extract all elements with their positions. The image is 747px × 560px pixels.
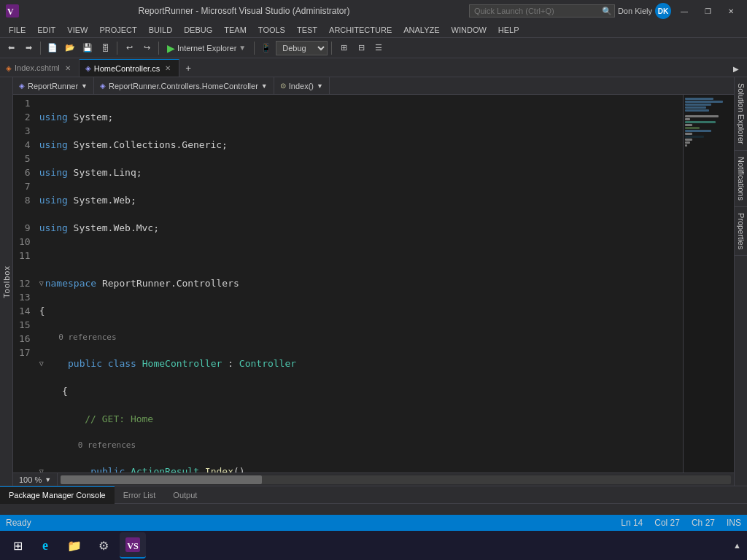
settings-shortcut-icon: ⚙ <box>98 539 109 553</box>
toolbar: ⬅ ➡ 📄 📂 💾 🗄 ↩ ↪ ▶ Internet Explorer ▼ 📱 … <box>0 38 747 58</box>
code-nav-ns-dropdown-icon: ▼ <box>261 82 268 90</box>
notifications-strip[interactable]: Notifications <box>735 151 747 207</box>
code-line-1: using System; <box>39 110 683 124</box>
code-editor[interactable]: 1 2 3 4 5 6 7 8 9 10 11 12 13 14 15 16 1… <box>13 95 734 472</box>
run-dropdown-icon: ▼ <box>239 44 246 52</box>
tab-close-homecontroller[interactable]: ✕ <box>163 63 173 74</box>
zoom-control[interactable]: 100 % ▼ <box>13 471 58 486</box>
code-line-ref-2: 0 references <box>39 440 683 451</box>
svg-text:VS: VS <box>127 541 139 551</box>
code-content[interactable]: using System; using System.Collections.G… <box>36 95 683 472</box>
code-line-10: { <box>39 384 683 398</box>
forward-btn[interactable]: ➡ <box>20 40 36 56</box>
menu-file[interactable]: FILE <box>3 22 31 38</box>
tab-output[interactable]: Output <box>164 486 206 504</box>
tab-icon-cs: ◈ <box>85 64 91 72</box>
status-right: Ln 14 Col 27 Ch 27 INS <box>621 518 741 528</box>
horizontal-scrollbar[interactable] <box>61 475 731 484</box>
tab-index-cshtml[interactable]: ◈ Index.cshtml ✕ <box>0 59 80 77</box>
redo-btn[interactable]: ↪ <box>139 40 155 56</box>
explorer-icon: 📁 <box>67 539 82 553</box>
toolbar-sep-1 <box>40 42 41 55</box>
menu-bar: FILE EDIT VIEW PROJECT BUILD DEBUG TEAM … <box>0 22 747 38</box>
open-btn[interactable]: 📂 <box>62 40 78 56</box>
properties-strip[interactable]: Properties <box>735 207 747 256</box>
status-ch: Ch 27 <box>692 518 715 528</box>
toolbar-sep-5 <box>331 42 332 55</box>
code-nav-namespace-label: ReportRunner.Controllers.HomeController <box>109 82 258 90</box>
title-bar: V ReportRunner - Microsoft Visual Studio… <box>0 0 747 22</box>
back-btn[interactable]: ⬅ <box>3 40 19 56</box>
svg-text:V: V <box>7 7 14 17</box>
menu-project[interactable]: PROJECT <box>93 22 142 38</box>
code-line-12: ▽ public ActionResult Index() <box>39 464 683 472</box>
namespace-icon: ◈ <box>100 82 106 90</box>
menu-analyze[interactable]: ANALYZE <box>398 22 445 38</box>
toolbar-extra-1[interactable]: ⊞ <box>336 40 352 56</box>
bottom-panel: Package Manager Console Error List Outpu… <box>0 486 747 515</box>
device-btn[interactable]: 📱 <box>258 40 274 56</box>
code-nav-dropdown-icon: ▼ <box>81 82 88 90</box>
tabs-scroll-right[interactable]: ▶ <box>728 61 744 77</box>
maximize-button[interactable]: ❐ <box>697 4 718 18</box>
tab-error-list[interactable]: Error List <box>115 486 165 504</box>
toolbox-panel[interactable]: Toolbox <box>0 77 13 486</box>
save-all-btn[interactable]: 🗄 <box>97 40 113 56</box>
close-button[interactable]: ✕ <box>721 4 741 18</box>
taskbar-edge[interactable]: e <box>32 532 58 559</box>
taskbar-visual-studio[interactable]: VS <box>120 532 146 559</box>
run-button[interactable]: ▶ Internet Explorer ▼ <box>163 41 250 55</box>
toolbar-sep-2 <box>117 42 117 55</box>
solution-explorer-strip[interactable]: Solution Explorer <box>735 77 747 151</box>
taskbar-right: ▲ <box>733 541 741 550</box>
code-line-11: // GET: Home <box>39 412 683 426</box>
taskbar: ⊞ e 📁 ⚙ VS ▲ <box>0 531 747 560</box>
tab-package-manager-console[interactable]: Package Manager Console <box>0 486 115 504</box>
tab-label-homecontroller: HomeController.cs <box>94 64 160 73</box>
search-icon: 🔍 <box>602 7 612 16</box>
config-dropdown[interactable]: Debug Release <box>276 41 328 55</box>
zoom-level: 100 % <box>19 475 42 484</box>
quick-launch-input[interactable] <box>469 4 615 18</box>
menu-view[interactable]: VIEW <box>61 22 93 38</box>
menu-window[interactable]: WINDOW <box>446 22 492 38</box>
menu-test[interactable]: TEST <box>291 22 323 38</box>
status-ready: Ready <box>6 518 31 528</box>
vs-logo-icon: V <box>6 4 19 18</box>
status-col: Col 27 <box>654 518 680 528</box>
minimize-button[interactable]: — <box>674 4 694 18</box>
menu-help[interactable]: HELP <box>492 22 525 38</box>
menu-team[interactable]: TEAM <box>218 22 252 38</box>
start-button[interactable]: ⊞ <box>6 534 29 557</box>
code-nav-namespace[interactable]: ◈ ReportRunner.Controllers.HomeControlle… <box>94 77 274 95</box>
status-ins: INS <box>727 518 741 528</box>
code-nav-project[interactable]: ◈ ReportRunner ▼ <box>13 77 94 95</box>
title-bar-title: ReportRunner - Microsoft Visual Studio (… <box>25 6 463 16</box>
code-line-6 <box>39 249 683 262</box>
scrollbar-thumb <box>61 475 262 484</box>
taskbar-settings-shortcut[interactable]: ⚙ <box>90 532 117 559</box>
undo-btn[interactable]: ↩ <box>121 40 137 56</box>
tab-homecontroller[interactable]: ◈ HomeController.cs ✕ <box>80 59 179 77</box>
menu-build[interactable]: BUILD <box>143 22 178 38</box>
tab-close-index[interactable]: ✕ <box>63 63 73 73</box>
minimap <box>683 95 734 472</box>
status-line: Ln 14 <box>621 518 643 528</box>
add-tab-button[interactable]: + <box>179 59 197 77</box>
menu-tools[interactable]: TOOLS <box>252 22 291 38</box>
code-nav-project-label: ReportRunner <box>28 82 78 90</box>
menu-architecture[interactable]: ARCHITECTURE <box>323 22 398 38</box>
code-nav-method-dropdown-icon: ▼ <box>317 82 323 90</box>
run-icon: ▶ <box>167 42 175 54</box>
new-file-btn[interactable]: 📄 <box>44 40 61 56</box>
toolbar-extra-2[interactable]: ⊟ <box>353 40 369 56</box>
code-nav-method-label: Index() <box>289 82 314 90</box>
code-line-5: using System.Web.Mvc; <box>39 221 683 235</box>
save-btn[interactable]: 💾 <box>80 40 96 56</box>
code-nav-method[interactable]: ⊙ Index() ▼ <box>274 77 330 95</box>
toolbar-extra-3[interactable]: ☰ <box>371 40 387 56</box>
menu-debug[interactable]: DEBUG <box>178 22 218 38</box>
taskbar-explorer[interactable]: 📁 <box>61 532 88 559</box>
menu-edit[interactable]: EDIT <box>31 22 61 38</box>
code-line-3: using System.Linq; <box>39 166 683 179</box>
